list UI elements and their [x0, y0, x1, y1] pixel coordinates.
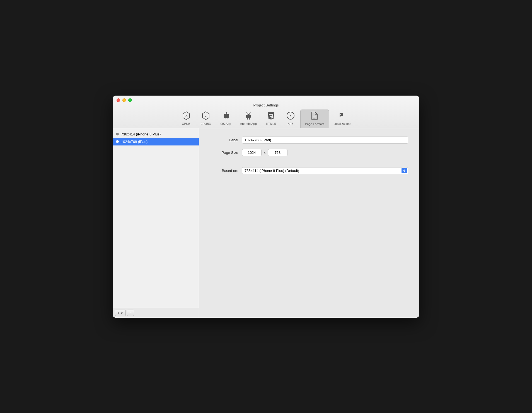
toolbar-item-ios-app[interactable]: iOS App [216, 110, 236, 128]
localizations-label: Localizations [333, 122, 351, 125]
svg-text:a: a [290, 115, 291, 118]
page-size-row: Page Size x [210, 149, 408, 156]
item-dot-ipad [116, 140, 119, 143]
html5-icon [267, 111, 275, 122]
label-field-label: Label [210, 138, 238, 142]
toolbar: ✕ XPUB e EPUB3 [113, 110, 419, 128]
xpub-icon: ✕ [182, 111, 191, 122]
android-label: Android App [240, 122, 257, 125]
toolbar-item-epub3[interactable]: e EPUB3 [196, 110, 216, 128]
svg-point-5 [249, 114, 250, 115]
remove-button[interactable]: − [127, 310, 134, 316]
based-on-row: Based on: 736x414 (iPhone 8 Plus) (Defau… [210, 167, 408, 174]
svg-point-4 [247, 114, 248, 115]
item-label-iphone: 736x414 (iPhone 8 Plus) [121, 132, 161, 136]
svg-text:✕: ✕ [185, 114, 187, 118]
item-label-ipad: 1024x768 (iPad) [121, 140, 147, 144]
sidebar-list: 736x414 (iPhone 8 Plus) 1024x768 (iPad) [113, 128, 199, 308]
epub3-label: EPUB3 [200, 122, 211, 125]
kf8-icon: a [286, 111, 295, 122]
item-dot-iphone [116, 133, 119, 135]
epub3-icon: e [201, 111, 210, 122]
minimize-button[interactable] [122, 98, 126, 102]
page-formats-label: Page Formats [305, 122, 324, 126]
size-inputs: x [242, 149, 287, 156]
width-input[interactable] [242, 149, 262, 156]
xpub-label: XPUB [182, 122, 190, 125]
toolbar-item-page-formats[interactable]: Page Formats [300, 110, 329, 128]
titlebar: Project Settings ✕ XPUB e [113, 96, 419, 128]
kf8-label: KF8 [288, 122, 293, 125]
localizations-icon: ⚑ [338, 111, 347, 122]
maximize-button[interactable] [128, 98, 132, 102]
page-size-label: Page Size [210, 150, 238, 155]
toolbar-item-android-app[interactable]: Android App [236, 110, 261, 128]
height-input[interactable] [268, 149, 287, 156]
spacer [210, 162, 408, 167]
form-area: Label Page Size x Based on: 736x41 [199, 128, 419, 318]
label-input[interactable] [242, 137, 408, 144]
toolbar-item-html5[interactable]: HTML5 [261, 110, 281, 128]
window-title: Project Settings [253, 103, 279, 107]
svg-text:⚑: ⚑ [340, 114, 342, 116]
toolbar-item-xpub[interactable]: ✕ XPUB [176, 110, 196, 128]
main-content: 736x414 (iPhone 8 Plus) 1024x768 (iPad) … [113, 128, 419, 318]
toolbar-item-localizations[interactable]: ⚑ Localizations [329, 110, 356, 128]
close-button[interactable] [117, 98, 120, 102]
html5-label: HTML5 [266, 122, 276, 125]
ios-icon [221, 111, 230, 122]
size-separator: x [264, 150, 266, 155]
svg-line-2 [246, 113, 247, 114]
sidebar-footer: + ∨ − [113, 308, 199, 318]
svg-text:e: e [205, 115, 206, 118]
add-button[interactable]: + ∨ [115, 310, 126, 316]
ios-label: iOS App [220, 122, 231, 125]
svg-line-3 [250, 113, 250, 114]
based-on-select-wrapper: 736x414 (iPhone 8 Plus) (Default) [242, 167, 408, 174]
based-on-select[interactable]: 736x414 (iPhone 8 Plus) (Default) [242, 167, 408, 174]
toolbar-item-kf8[interactable]: a KF8 [281, 110, 300, 128]
page-formats-icon [310, 111, 319, 122]
label-row: Label [210, 137, 408, 144]
window-controls [113, 98, 132, 102]
based-on-label: Based on: [210, 169, 238, 173]
list-item-ipad[interactable]: 1024x768 (iPad) [113, 138, 199, 145]
project-settings-window: Project Settings ✕ XPUB e [113, 96, 419, 318]
sidebar: 736x414 (iPhone 8 Plus) 1024x768 (iPad) … [113, 128, 199, 318]
android-icon [244, 111, 253, 122]
list-item-iphone[interactable]: 736x414 (iPhone 8 Plus) [113, 130, 199, 138]
